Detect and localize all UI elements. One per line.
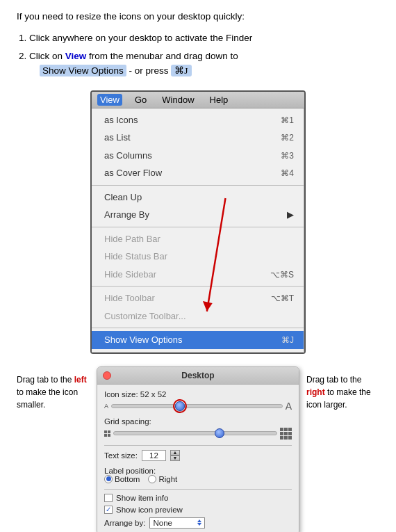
grid-large-icon — [280, 428, 292, 440]
grid-small-icon — [104, 430, 110, 437]
menu-item-hide-status-bar[interactable]: Hide Status Bar — [92, 248, 304, 266]
menu-item-show-view-options[interactable]: Show View Options⌘J — [92, 331, 304, 349]
arrange-by-select[interactable]: None — [149, 517, 205, 529]
select-arrow-icon — [197, 519, 201, 526]
menu-item-as-columns[interactable]: as Columns⌘3 — [92, 147, 304, 165]
menu-item-as-list[interactable]: as List⌘2 — [92, 129, 304, 147]
menu-screenshot: View Go Window Help as Icons⌘1 as List⌘2… — [90, 90, 306, 354]
grid-slider-row — [104, 428, 292, 440]
icon-size-slider[interactable] — [111, 404, 283, 408]
right-direction-text: right — [306, 387, 325, 397]
arrange-by-label: Arrange by: — [104, 519, 145, 527]
label-position-radio-group: Bottom Right — [104, 475, 292, 483]
label-position-row: Label position: Bottom Right — [104, 467, 292, 483]
arrange-by-value: None — [153, 519, 172, 527]
grid-spacing-label: Grid spacing: — [104, 417, 151, 426]
grid-spacing-row: Grid spacing: — [104, 417, 292, 440]
menu-item-as-cover-flow[interactable]: as Cover Flow⌘4 — [92, 164, 304, 182]
icon-size-value: 52 x 52 — [140, 390, 167, 398]
text-size-row: Text size: 12 ▲ ▼ — [104, 450, 292, 461]
dialog-body: Icon size: 52 x 52 A A Grid spacing: — [97, 385, 299, 532]
menu-bar-go[interactable]: Go — [132, 94, 149, 106]
radio-bottom[interactable]: Bottom — [104, 475, 140, 483]
slider-small-icon: A — [104, 403, 108, 410]
radio-bottom-circle[interactable] — [104, 475, 113, 483]
intro-text: If you need to resize the icons on your … — [17, 11, 379, 22]
cmd-shortcut: ⌘J — [171, 65, 191, 76]
menu-bar-help[interactable]: Help — [207, 94, 231, 106]
menu-item-hide-path-bar[interactable]: Hide Path Bar — [92, 230, 304, 248]
left-direction-text: left — [74, 375, 87, 385]
menu-section-arrange: Clean Up Arrange By▶ — [92, 186, 304, 227]
desktop-dialog: Desktop Icon size: 52 x 52 A A Grid spac… — [97, 366, 299, 532]
icon-size-row: Icon size: 52 x 52 A A — [104, 390, 292, 412]
dialog-titlebar: Desktop — [97, 367, 299, 385]
radio-bottom-label: Bottom — [115, 475, 140, 483]
divider-1 — [104, 445, 292, 446]
menu-item-as-icons[interactable]: as Icons⌘1 — [92, 111, 304, 129]
view-link: View — [65, 51, 87, 61]
label-position-label: Label position: — [104, 467, 292, 475]
slider-big-icon: A — [286, 401, 292, 412]
menu-section-toolbar: Hide Toolbar⌥⌘T Customize Toolbar... — [92, 287, 304, 328]
show-icon-preview-checkbox[interactable]: ✓ — [104, 506, 113, 514]
menu-section-show-view-options: Show View Options⌘J — [92, 328, 304, 353]
grid-slider-thumb[interactable] — [215, 428, 224, 438]
radio-right-label: Right — [158, 475, 177, 483]
show-item-info-checkbox[interactable] — [104, 494, 113, 502]
menu-bar: View Go Window Help — [92, 92, 304, 108]
show-icon-preview-label: Show icon preview — [116, 506, 183, 514]
menu-item-hide-sidebar[interactable]: Hide Sidebar⌥⌘S — [92, 266, 304, 284]
show-item-info-row: Show item info — [104, 494, 292, 502]
menu-item-hide-toolbar[interactable]: Hide Toolbar⌥⌘T — [92, 289, 304, 307]
annotation-right: Drag tab to the right to make the icon l… — [306, 366, 379, 411]
text-size-stepper[interactable]: ▲ ▼ — [170, 450, 180, 461]
menu-section-bars: Hide Path Bar Hide Status Bar Hide Sideb… — [92, 227, 304, 287]
close-button[interactable] — [103, 371, 111, 380]
menu-item-clean-up[interactable]: Clean Up — [92, 188, 304, 207]
show-icon-preview-row: ✓ Show icon preview — [104, 506, 292, 514]
icon-size-label: Icon size: — [104, 390, 140, 398]
dropdown-menu: as Icons⌘1 as List⌘2 as Columns⌘3 as Cov… — [92, 108, 304, 353]
radio-right[interactable]: Right — [148, 475, 177, 483]
show-item-info-label: Show item info — [116, 494, 168, 502]
step-2: Click on View from the menubar and drag … — [29, 49, 379, 78]
text-size-input[interactable]: 12 — [142, 450, 166, 461]
step-1: Click anywhere on your desktop to activa… — [29, 31, 379, 45]
dialog-title: Desktop — [181, 371, 214, 380]
text-size-label: Text size: — [104, 451, 138, 460]
steps-list: Click anywhere on your desktop to activa… — [17, 31, 379, 78]
menu-bar-window[interactable]: Window — [159, 94, 197, 106]
menu-section-view-modes: as Icons⌘1 as List⌘2 as Columns⌘3 as Cov… — [92, 108, 304, 186]
stepper-down[interactable]: ▼ — [170, 456, 180, 461]
menu-bar-view[interactable]: View — [97, 94, 122, 106]
slider-circle-indicator — [173, 399, 187, 413]
radio-right-circle[interactable] — [148, 475, 156, 483]
text-size-label-row: Text size: 12 ▲ ▼ — [104, 450, 292, 461]
divider-2 — [104, 489, 292, 490]
icon-size-slider-row: A A — [104, 401, 292, 412]
bottom-section: Drag tab to the left to make the icon sm… — [17, 366, 379, 532]
arrange-by-row: Arrange by: None — [104, 517, 292, 529]
stepper-up[interactable]: ▲ — [170, 450, 180, 456]
grid-spacing-slider[interactable] — [113, 431, 277, 435]
menu-item-arrange-by[interactable]: Arrange By▶ — [92, 206, 304, 224]
annotation-left: Drag tab to the left to make the icon sm… — [17, 366, 90, 411]
show-view-options-highlight: Show View Options — [40, 65, 126, 76]
menu-item-customize-toolbar[interactable]: Customize Toolbar... — [92, 307, 304, 325]
